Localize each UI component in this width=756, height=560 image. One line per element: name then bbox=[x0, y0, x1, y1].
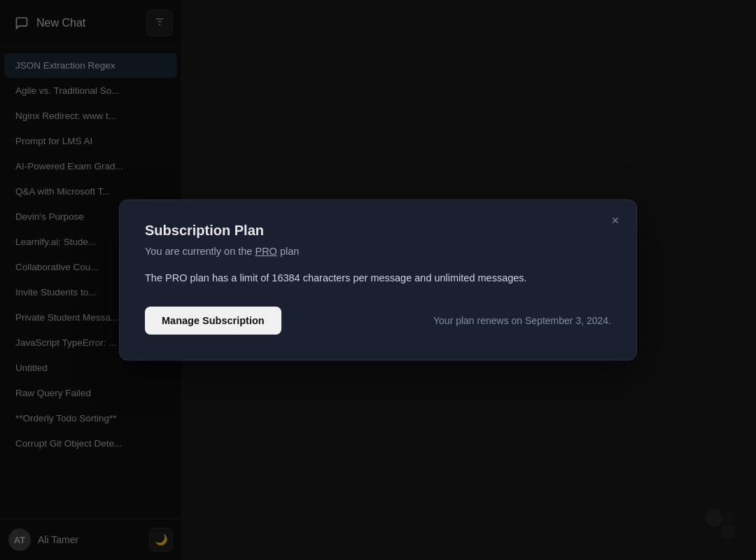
close-icon: × bbox=[612, 214, 620, 228]
manage-subscription-button[interactable]: Manage Subscription bbox=[145, 307, 281, 335]
subscription-modal: × Subscription Plan You are currently on… bbox=[119, 200, 637, 361]
subtitle-prefix: You are currently on the bbox=[145, 246, 255, 257]
pro-badge: PRO bbox=[255, 246, 276, 257]
renew-text: Your plan renews on September 3, 2024. bbox=[433, 315, 611, 326]
modal-description: The PRO plan has a limit of 16384 charac… bbox=[145, 271, 611, 286]
modal-title: Subscription Plan bbox=[145, 223, 611, 239]
modal-close-button[interactable]: × bbox=[606, 211, 625, 231]
modal-overlay: × Subscription Plan You are currently on… bbox=[0, 0, 756, 560]
modal-footer: Manage Subscription Your plan renews on … bbox=[145, 307, 611, 335]
subtitle-suffix: plan bbox=[277, 246, 299, 257]
modal-subtitle: You are currently on the PRO plan bbox=[145, 246, 611, 257]
